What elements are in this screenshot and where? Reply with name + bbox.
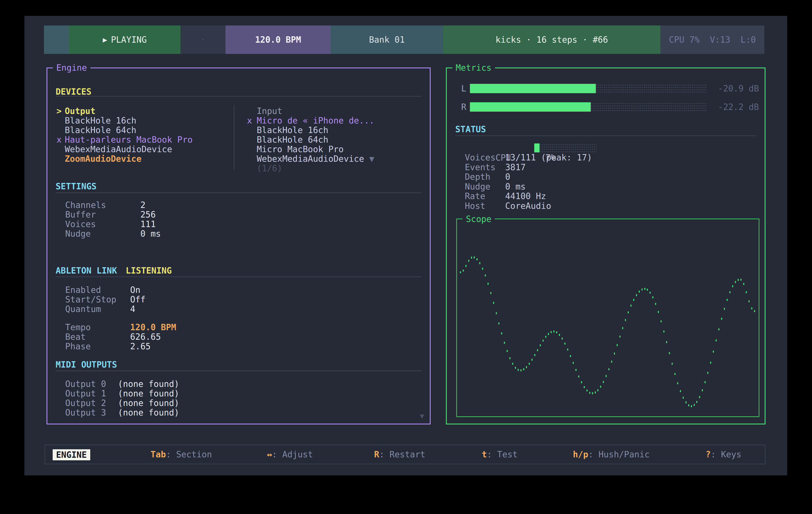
key-hint[interactable]: ↔: Adjust: [267, 445, 313, 464]
setting-row[interactable]: Nudge0 ms: [65, 229, 161, 239]
scope-sample-dot: [460, 271, 461, 273]
midi-row-value: (none found): [118, 379, 179, 389]
divider: [56, 370, 422, 371]
key-hint[interactable]: h/p: Hush/Panic: [573, 445, 649, 464]
device-item[interactable]: WebexMediaAudioDevice ▼: [247, 154, 374, 163]
status-row-label: Voices: [465, 153, 505, 162]
scope-sample-dot: [707, 372, 708, 374]
scope-sample-dot: [518, 369, 519, 371]
scope-sample-dot: [488, 283, 489, 285]
scope-sample-dot: [611, 361, 612, 363]
device-marker: x: [247, 116, 257, 125]
scope-sample-dot: [718, 328, 719, 330]
bpm-segment: 120.0 BPM: [226, 26, 330, 54]
scope-sample-dot: [600, 386, 601, 388]
status-row-label: Rate: [465, 191, 505, 201]
status-row-label: Depth: [465, 172, 505, 182]
device-item[interactable]: xHaut-parleurs MacBook Pro: [57, 135, 193, 145]
key-hint[interactable]: ?: Keys: [706, 445, 742, 464]
scope-sample-dot: [751, 307, 752, 309]
engine-panel-title: Engine: [53, 63, 90, 73]
device-item[interactable]: WebexMediaAudioDevice: [57, 145, 193, 154]
midi-row: Output 3(none found): [65, 408, 179, 418]
scope-sample-dot: [625, 319, 626, 321]
midi-row: Output 1(none found): [65, 389, 179, 398]
device-label: WebexMediaAudioDevice: [257, 154, 364, 163]
device-item[interactable]: BlackHole 16ch: [247, 125, 374, 135]
scope-sample-dot: [556, 331, 557, 333]
scope-sample-dot: [603, 381, 604, 383]
setting-row[interactable]: Voices111: [65, 219, 161, 229]
device-item[interactable]: BlackHole 64ch: [57, 125, 193, 135]
link-status-badge: LISTENING: [126, 266, 172, 275]
cpu-meter-track: [534, 144, 597, 152]
key-hint-key: R: [374, 450, 379, 459]
bank-segment: Bank 01: [330, 26, 443, 54]
scroll-down-icon[interactable]: ▼: [420, 412, 424, 420]
divider: [455, 135, 756, 136]
dropdown-icon[interactable]: ▼: [364, 154, 374, 163]
key-hint-label: : Test: [487, 450, 518, 459]
scope-sample-dot: [732, 285, 733, 288]
scope-sample-dot: [702, 389, 703, 391]
key-hint[interactable]: R: Restart: [374, 445, 425, 464]
scope-sample-dot: [641, 289, 642, 291]
scope-sample-dot: [606, 375, 607, 377]
key-hint-label: : Restart: [379, 450, 425, 459]
key-hint-label: : Adjust: [272, 450, 313, 459]
scope-sample-dot: [741, 279, 742, 281]
scope-panel: Scope: [456, 219, 759, 417]
device-item[interactable]: BlackHole 64ch: [247, 135, 374, 145]
midi-output-rows: Output 0(none found)Output 1(none found)…: [65, 379, 179, 418]
status-row: Voices13/111 (peak: 17): [465, 153, 592, 162]
setting-row-value[interactable]: 256: [140, 210, 156, 219]
device-label: BlackHole 64ch: [257, 135, 328, 145]
scope-sample-dot: [727, 299, 728, 301]
midi-row: Output 2(none found): [65, 398, 179, 408]
scope-sample-dot: [543, 339, 544, 342]
key-hint[interactable]: t: Test: [482, 445, 518, 464]
link-row-value: 626.65: [130, 332, 161, 342]
scope-sample-dot: [496, 312, 497, 314]
setting-row-value[interactable]: 2: [140, 200, 145, 210]
status-row-value: 3817: [505, 162, 526, 172]
device-item[interactable]: BlackHole 16ch: [57, 116, 193, 125]
link-row[interactable]: Start/StopOff: [65, 295, 145, 304]
link-row[interactable]: EnabledOn: [65, 285, 145, 295]
status-row: Nudge0 ms: [465, 182, 592, 192]
scope-sample-dot: [694, 404, 695, 406]
scope-sample-dot: [490, 292, 491, 294]
scope-sample-dot: [504, 342, 505, 344]
scope-sample-dot: [628, 311, 629, 313]
setting-row-value[interactable]: 0 ms: [140, 229, 161, 239]
link-row[interactable]: Quantum4: [65, 304, 145, 314]
scope-sample-dot: [721, 318, 722, 320]
link-row-value[interactable]: On: [130, 285, 140, 295]
status-row-value: 0 ms: [505, 182, 526, 191]
scope-sample-dot: [578, 375, 579, 377]
setting-row-value[interactable]: 111: [140, 219, 156, 229]
setting-row[interactable]: Channels2: [65, 200, 161, 210]
input-list-header: Input: [247, 106, 374, 116]
scope-sample-dot: [559, 334, 560, 336]
scope-sample-dot: [749, 300, 750, 302]
status-row-value: 13/111 (peak: 17): [505, 153, 592, 162]
device-column-divider: [234, 105, 234, 170]
device-item[interactable]: ZoomAudioDevice: [57, 154, 193, 163]
device-label: Haut-parleurs MacBook Pro: [65, 135, 193, 145]
device-item[interactable]: xMicro de « iPhone de...: [247, 116, 374, 125]
divider: [56, 96, 422, 96]
device-item[interactable]: >Output: [57, 106, 193, 116]
status-row: Depth0: [465, 172, 592, 182]
scope-sample-dot: [573, 362, 574, 364]
scope-sample-dot: [479, 262, 480, 264]
link-row-value[interactable]: Off: [130, 295, 145, 304]
scope-sample-dot: [686, 401, 687, 403]
scope-sample-dot: [649, 292, 650, 294]
link-rows: EnabledOnStart/StopOffQuantum4: [65, 285, 145, 314]
mode-badge: ENGINE: [53, 449, 90, 460]
key-hint[interactable]: Tab: Section: [150, 445, 212, 464]
link-row-value[interactable]: 4: [130, 304, 135, 314]
device-item[interactable]: Micro MacBook Pro: [247, 145, 374, 154]
setting-row[interactable]: Buffer256: [65, 210, 161, 219]
